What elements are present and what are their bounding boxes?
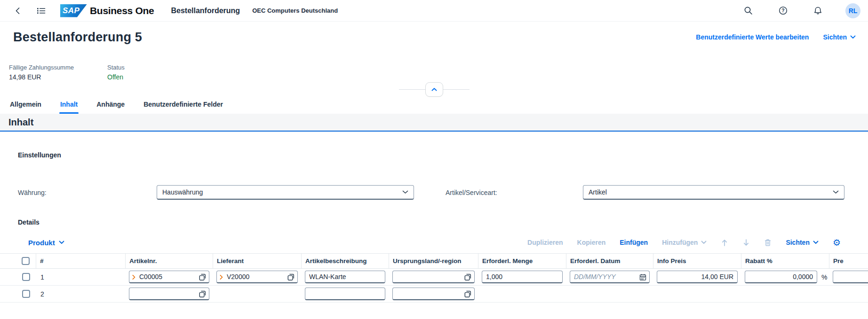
user-avatar[interactable]: RL [845,3,860,18]
header-views-button[interactable]: Sichten [823,33,856,41]
item-description-input[interactable] [305,271,385,283]
settings-gear-icon[interactable]: ⚙ [833,238,841,247]
add-button[interactable]: Hinzufügen [662,239,707,246]
col-header-erforderl-datum: Erforderl. Datum [566,254,653,268]
value-help-icon[interactable] [199,273,206,280]
col-header-artikelnr: Artikelnr. [126,254,213,268]
shell-company-name: OEC Computers Deutschland [252,7,338,14]
calendar-icon[interactable] [639,273,646,280]
value-help-icon[interactable] [287,273,295,280]
link-arrow-icon[interactable] [220,274,223,280]
product-name: Business One [90,5,154,16]
field-label: Status [107,64,206,71]
copy-button[interactable]: Kopieren [577,239,606,246]
vendor-input[interactable] [216,271,298,283]
chevron-down-icon [850,35,856,39]
value-help-icon[interactable] [199,290,206,297]
tab-inhalt[interactable]: Inhalt [59,99,79,114]
product-selector-button[interactable]: Produkt [28,239,64,247]
section-header: Inhalt [0,114,868,132]
svg-text:?: ? [781,8,784,13]
table-views-button[interactable]: Sichten [786,239,819,246]
table-row: 2 [0,286,868,303]
col-header-lieferant: Lieferant [213,254,302,268]
field-value: 14,98 EUR [9,73,107,81]
value-help-icon[interactable] [464,273,471,280]
tab-benutzerdefinierte-felder[interactable]: Benutzerdefinierte Felder [143,99,224,114]
item-service-type-label: Artikel/Serviceart: [446,189,583,196]
table-header-row: # Artikelnr. Lieferant Artikelbeschreibu… [0,254,868,269]
field-label: Fällige Zahlungssumme [9,64,107,71]
items-table: # Artikelnr. Lieferant Artikelbeschreibu… [0,253,868,303]
due-amount-field: Fällige Zahlungssumme 14,98 EUR [9,64,107,81]
duplicate-button[interactable]: Duplizieren [527,239,563,246]
row-checkbox[interactable] [22,273,30,281]
delete-icon[interactable] [764,239,772,247]
row-number: 2 [36,290,126,298]
details-heading: Details [18,218,868,226]
item-description-input[interactable] [305,288,385,300]
bell-icon[interactable] [811,4,825,18]
link-arrow-icon[interactable] [132,274,135,280]
col-header-erforderl-menge: Erforderl. Menge [478,254,566,268]
info-price-input[interactable] [657,271,738,283]
required-date-input[interactable] [570,271,650,283]
page-title: Bestellanforderung 5 [13,30,142,45]
tab-anhaenge[interactable]: Anhänge [96,99,126,114]
shell-bar: SAP Business One Bestellanforderung OEC … [0,0,868,22]
edit-custom-values-link[interactable]: Benutzerdefinierte Werte bearbeiten [696,33,809,41]
chevron-down-icon [59,241,64,244]
add-button-label: Hinzufügen [662,239,698,246]
move-down-icon[interactable] [742,239,750,247]
item-service-type-select[interactable]: Artikel [583,185,844,200]
header-views-label: Sichten [823,33,847,41]
col-header-ursprungsland: Ursprungsland/-region [389,254,478,268]
item-service-type-value: Artikel [589,188,607,196]
paste-button[interactable]: Einfügen [620,239,648,246]
anchor-tab-bar: Allgemein Inhalt Anhänge Benutzerdefinie… [0,98,868,114]
table-views-label: Sichten [786,239,810,246]
col-header-preis-truncated: Pre [829,254,868,268]
currency-select[interactable]: Hauswährung [157,185,414,200]
discount-input[interactable] [745,271,817,283]
row-checkbox[interactable] [22,290,30,298]
currency-value: Hauswährung [162,188,203,196]
chevron-down-icon [833,190,839,194]
item-number-input[interactable] [129,288,209,300]
percent-suffix: % [821,273,827,281]
help-icon[interactable]: ? [776,4,790,18]
price-input-truncated[interactable] [833,271,868,283]
search-icon[interactable] [741,4,755,18]
chevron-down-icon [402,190,408,194]
settings-heading: Einstellungen [18,151,868,159]
status-badge: Offen [107,73,206,81]
chevron-down-icon [813,241,819,244]
sap-logo: SAP [60,4,87,17]
required-quantity-input[interactable] [482,271,563,283]
product-selector-label: Produkt [28,239,55,247]
section-title: Inhalt [8,117,33,128]
country-of-origin-input[interactable] [392,271,475,283]
chevron-up-icon [431,88,437,91]
status-field: Status Offen [107,64,206,81]
select-all-checkbox[interactable] [22,257,30,265]
col-header-num: # [36,254,126,268]
collapse-header-button[interactable] [425,82,443,97]
col-header-rabatt: Rabatt % [741,254,829,268]
chevron-down-icon [701,241,707,244]
row-number: 1 [36,273,126,281]
back-icon[interactable] [11,4,25,18]
country-of-origin-input[interactable] [392,288,475,300]
tab-allgemein[interactable]: Allgemein [9,99,42,114]
table-toolbar: Produkt Duplizieren Kopieren Einfügen Hi… [0,235,868,249]
item-number-input[interactable] [129,271,209,283]
col-header-info-preis: Info Preis [653,254,741,268]
currency-label: Währung: [18,189,157,196]
col-header-artikelbeschreibung: Artikelbeschreibung [302,254,389,268]
shell-page-title: Bestellanforderung [171,7,240,15]
value-help-icon[interactable] [464,290,471,297]
table-row: 1 [0,269,868,286]
list-icon[interactable] [34,4,48,18]
move-up-icon[interactable] [721,239,728,247]
